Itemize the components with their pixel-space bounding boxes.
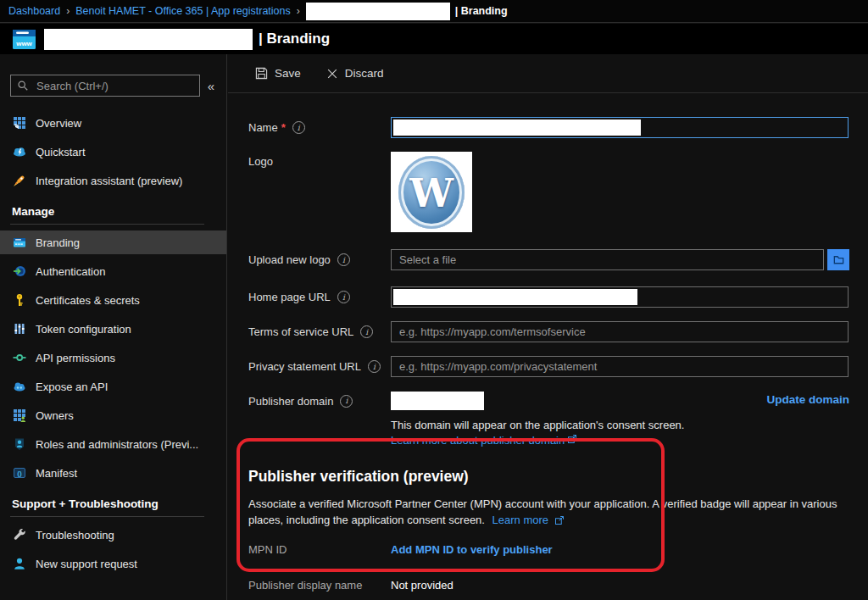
folder-icon — [832, 253, 845, 266]
save-icon — [255, 67, 268, 80]
command-bar: Save Discard — [228, 54, 868, 93]
sidebar-item-new-support-request[interactable]: New support request — [0, 552, 226, 575]
sidebar-item-api-permissions[interactable]: API permissions — [0, 346, 226, 369]
redacted-name-value — [393, 119, 641, 136]
tos-input[interactable] — [392, 325, 848, 338]
info-icon[interactable]: i — [337, 291, 350, 303]
sidebar: « Overview — [0, 54, 227, 600]
info-icon[interactable]: i — [337, 253, 350, 266]
authentication-icon — [12, 264, 26, 279]
mpn-id-row: MPN ID Add MPN ID to verify publisher — [248, 543, 849, 556]
svg-text:www: www — [15, 40, 32, 47]
breadcrumb-current: | Branding — [455, 5, 508, 17]
app-branding-icon: www — [12, 27, 36, 52]
info-icon[interactable]: i — [368, 360, 381, 373]
external-link-icon — [554, 514, 565, 531]
save-button[interactable]: Save — [255, 67, 301, 80]
sidebar-section-support: Support + Troubleshooting — [0, 497, 226, 510]
sidebar-item-troubleshooting[interactable]: Troubleshooting — [0, 523, 226, 547]
browse-file-button[interactable] — [827, 249, 849, 270]
mpn-id-label: MPN ID — [248, 543, 391, 556]
privacy-statement-row: Privacy statement URL i — [248, 356, 849, 377]
home-page-url-row: Home page URL i — [248, 286, 849, 308]
publisher-domain-row: Publisher domain i Update domain — [248, 392, 849, 410]
breadcrumb-app-registrations-link[interactable]: Benoit HAMET - Office 365 | App registra… — [75, 5, 291, 17]
wrench-icon — [12, 528, 26, 542]
sidebar-item-branding[interactable]: Branding — [0, 231, 226, 254]
update-domain-link[interactable]: Update domain — [766, 393, 849, 406]
sidebar-item-token-configuration[interactable]: Token configuration — [0, 317, 226, 341]
main-content: Save Discard Name * i — [228, 54, 868, 600]
wordpress-logo: W — [398, 156, 465, 229]
sidebar-item-roles-administrators[interactable]: Roles and administrators (Previ... — [0, 432, 226, 456]
publisher-display-name-row: Publisher display name Not provided — [248, 579, 849, 592]
sidebar-item-owners[interactable]: Owners — [0, 403, 226, 427]
learn-more-link[interactable]: Learn more — [492, 514, 548, 526]
overview-icon — [12, 116, 26, 131]
page-title: | Branding — [259, 31, 330, 47]
owners-icon — [12, 408, 26, 423]
learn-more-publisher-domain-link[interactable]: Learn more about publisher domain — [391, 434, 565, 447]
divider — [10, 516, 204, 517]
info-icon[interactable]: i — [360, 325, 373, 338]
sidebar-item-quickstart[interactable]: Quickstart — [0, 140, 226, 164]
sidebar-item-integration-assistant[interactable]: Integration assistant (preview) — [0, 169, 226, 192]
roles-administrators-icon — [12, 437, 26, 452]
breadcrumb-dashboard-link[interactable]: Dashboard — [8, 5, 60, 17]
breadcrumb-separator-icon: › — [297, 5, 300, 17]
sidebar-item-certificates-secrets[interactable]: Certificates & secrets — [0, 288, 226, 312]
name-input[interactable] — [391, 117, 849, 138]
name-row: Name * i — [248, 117, 849, 138]
search-input[interactable] — [35, 79, 193, 93]
publisher-verification-description: Associate a verified Microsoft Partner C… — [248, 497, 842, 531]
upload-logo-row: Upload new logo i — [248, 249, 849, 270]
home-page-url-label: Home page URL — [248, 291, 331, 303]
sidebar-search[interactable] — [10, 75, 200, 97]
manifest-icon: () — [12, 466, 26, 481]
redacted-app-name — [306, 3, 450, 20]
privacy-statement-input[interactable] — [391, 356, 849, 377]
expose-api-icon — [12, 380, 26, 394]
upload-file-input[interactable] — [391, 249, 824, 270]
publisher-display-name-label: Publisher display name — [248, 579, 391, 592]
privacy-input[interactable] — [392, 360, 848, 373]
sidebar-item-expose-an-api[interactable]: Expose an API — [0, 375, 226, 398]
required-asterisk: * — [281, 121, 286, 134]
breadcrumb-separator-icon: › — [66, 5, 70, 17]
app-logo-image: W — [391, 152, 472, 232]
page-title-bar: www | Branding — [0, 24, 868, 54]
sidebar-item-overview[interactable]: Overview — [0, 111, 226, 135]
sidebar-item-authentication[interactable]: Authentication — [0, 259, 226, 283]
name-label: Name — [248, 121, 278, 134]
file-input[interactable] — [392, 253, 823, 266]
svg-text:(): () — [17, 469, 22, 477]
publisher-domain-note: This domain will appear on the applicati… — [391, 419, 849, 431]
terms-of-service-input[interactable] — [391, 321, 849, 342]
rocket-icon — [12, 174, 26, 188]
azure-portal-branding-page: Dashboard › Benoit HAMET - Office 365 | … — [0, 0, 868, 600]
support-person-icon — [12, 557, 26, 571]
publisher-display-name-value: Not provided — [391, 579, 453, 592]
logo-row: Logo W — [248, 152, 849, 232]
external-link-icon — [567, 434, 577, 447]
privacy-statement-label: Privacy statement URL — [248, 360, 361, 373]
info-icon[interactable]: i — [340, 395, 353, 408]
add-mpn-id-link[interactable]: Add MPN ID to verify publisher — [391, 543, 553, 556]
info-icon[interactable]: i — [292, 121, 305, 134]
logo-label: Logo — [248, 155, 273, 168]
terms-of-service-label: Terms of service URL — [248, 325, 353, 338]
home-page-url-input[interactable] — [391, 286, 849, 308]
sidebar-collapse-button[interactable]: « — [208, 79, 214, 93]
sliders-icon — [12, 322, 26, 336]
redacted-app-title — [44, 29, 253, 50]
publisher-domain-label: Publisher domain — [248, 395, 333, 408]
quickstart-icon — [12, 145, 26, 159]
discard-button[interactable]: Discard — [326, 67, 384, 80]
divider — [10, 224, 204, 225]
branding-icon — [12, 236, 26, 250]
api-permissions-icon — [12, 351, 26, 365]
upload-logo-label: Upload new logo — [248, 253, 331, 266]
redacted-publisher-domain-value — [391, 392, 484, 410]
sidebar-item-manifest[interactable]: () Manifest — [0, 461, 226, 485]
publisher-verification-heading: Publisher verification (preview) — [248, 468, 849, 486]
